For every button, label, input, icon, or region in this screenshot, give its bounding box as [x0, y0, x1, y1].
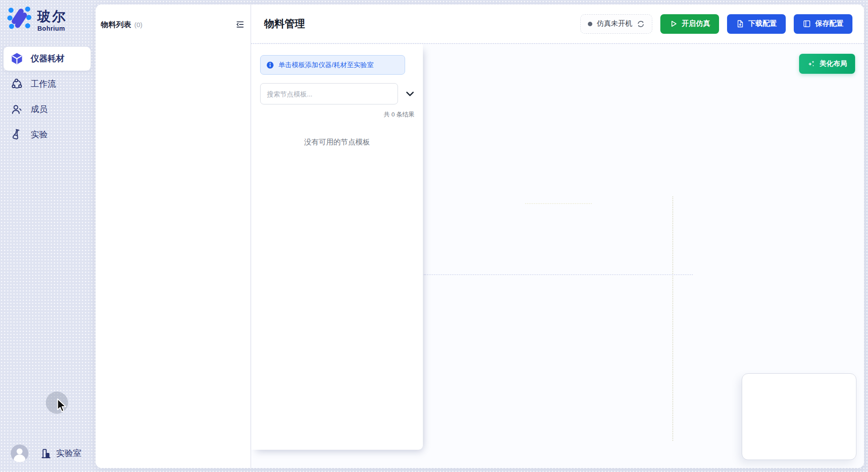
- start-simulation-button[interactable]: 开启仿真: [660, 14, 719, 34]
- button-label: 开启仿真: [682, 19, 710, 28]
- sidebar-item-experiments[interactable]: 实验: [4, 123, 91, 147]
- brand-name: 玻尔: [37, 9, 67, 24]
- brand-subtitle: Bohrium: [37, 25, 67, 32]
- brand-logo-icon: [7, 6, 32, 30]
- building-icon: [40, 448, 52, 460]
- search-row: [260, 83, 418, 104]
- materials-list-title: 物料列表: [101, 20, 131, 30]
- status-label: 仿真未开机: [597, 19, 632, 28]
- button-label: 美化布局: [820, 59, 847, 68]
- save-icon: [803, 20, 811, 28]
- info-banner-text: 单击模板添加仪器/耗材至实验室: [278, 61, 374, 69]
- lab-label: 实验室: [56, 448, 81, 459]
- grid-line-horizontal-faint: [525, 203, 592, 204]
- brand-text: 玻尔 Bohrium: [37, 6, 67, 32]
- page-header: 物料管理 仿真未开机: [251, 4, 864, 43]
- page-title: 物料管理: [264, 17, 305, 31]
- beautify-layout-button[interactable]: 美化布局: [799, 54, 855, 74]
- refresh-icon[interactable]: [637, 20, 645, 28]
- header-actions: 仿真未开机: [580, 14, 852, 34]
- brand-logo[interactable]: 玻尔 Bohrium: [7, 6, 67, 32]
- grid-line-vertical: [672, 196, 673, 441]
- download-config-button[interactable]: 下载配置: [727, 14, 786, 34]
- sidebar-item-instruments[interactable]: 仪器耗材: [4, 47, 91, 71]
- members-icon: [11, 103, 23, 116]
- test-tube-icon: [11, 128, 23, 141]
- chevron-down-icon[interactable]: [404, 88, 416, 100]
- minimap[interactable]: [742, 373, 856, 460]
- grid-line-horizontal: [424, 274, 693, 275]
- search-input[interactable]: [260, 83, 398, 104]
- sidebar-item-label: 实验: [31, 129, 48, 140]
- info-icon: [266, 61, 274, 69]
- collapse-panel-button[interactable]: [235, 20, 245, 29]
- sidebar: 玻尔 Bohrium 仪器耗材: [0, 0, 96, 472]
- results-count: 共 0 条结果: [251, 111, 414, 119]
- sidebar-item-label: 仪器耗材: [31, 53, 64, 64]
- play-icon: [669, 20, 678, 28]
- app-card: 物料列表 (0) 物料管理 仿真未开机: [96, 4, 864, 468]
- button-label: 保存配置: [815, 19, 844, 28]
- sidebar-item-members[interactable]: 成员: [4, 97, 91, 121]
- avatar[interactable]: [11, 444, 28, 462]
- button-label: 下载配置: [748, 19, 777, 28]
- sidebar-item-label: 工作流: [31, 78, 56, 90]
- empty-state-text: 没有可用的节点模板: [251, 137, 423, 147]
- sidebar-nav: 仪器耗材 工作流: [4, 47, 91, 148]
- main-area: 物料管理 仿真未开机: [251, 4, 864, 468]
- sparkles-icon: [807, 60, 816, 68]
- mouse-cursor: [56, 398, 67, 413]
- sidebar-footer: 实验室: [11, 444, 81, 462]
- sidebar-item-workflow[interactable]: 工作流: [4, 72, 91, 96]
- cube-icon: [11, 52, 23, 65]
- save-config-button[interactable]: 保存配置: [794, 14, 852, 34]
- materials-list-header: 物料列表 (0): [101, 19, 245, 30]
- download-file-icon: [736, 20, 744, 28]
- node-templates-panel: 单击模板添加仪器/耗材至实验室 共 0 条结果 没有可用的节点模板: [251, 44, 423, 450]
- workflow-icon: [11, 78, 23, 90]
- materials-list-count: (0): [134, 21, 142, 28]
- status-dot-icon: [588, 22, 592, 26]
- lab-selector[interactable]: 实验室: [40, 448, 81, 460]
- materials-list-panel: 物料列表 (0): [96, 4, 250, 468]
- sidebar-item-label: 成员: [31, 104, 48, 115]
- canvas[interactable]: 单击模板添加仪器/耗材至实验室 共 0 条结果 没有可用的节点模板: [251, 43, 864, 468]
- simulation-status-pill: 仿真未开机: [580, 14, 652, 34]
- info-banner: 单击模板添加仪器/耗材至实验室: [260, 55, 405, 75]
